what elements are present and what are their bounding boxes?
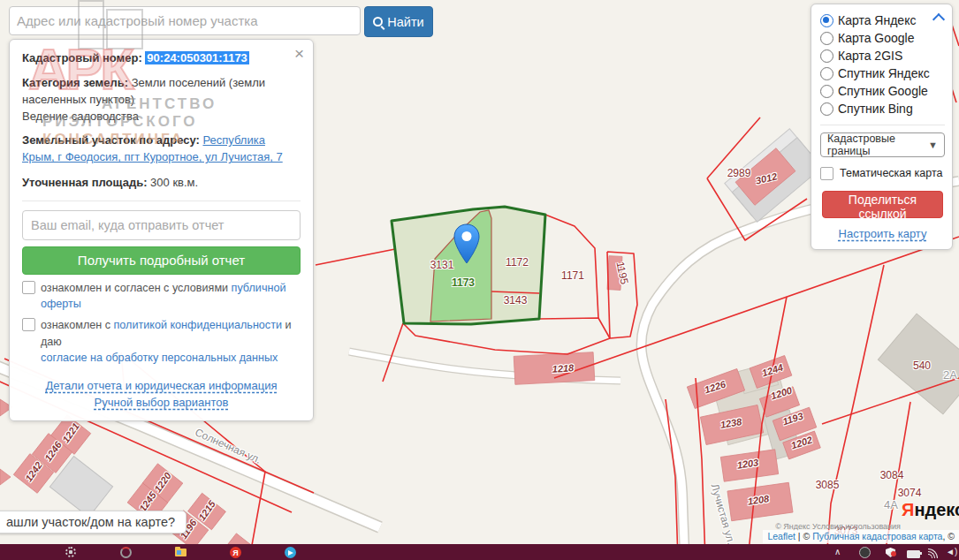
tools-taskbar-icon[interactable] [120,547,132,558]
personal-data-link[interactable]: согласие на обработку персональных данны… [41,352,278,364]
yandex-icon: Я [230,547,241,558]
email-input[interactable] [22,210,301,240]
layer-option-yandex-map[interactable]: Карта Яндекс [820,11,945,29]
radio-icon[interactable] [820,85,833,98]
battery-tray-icon[interactable] [907,548,920,556]
radio-icon[interactable] [820,102,833,116]
search-button-label: Найти [387,15,423,29]
attribution-separator: | © [795,531,812,541]
yandex-logo-rest: ндекс [914,500,959,519]
telegram-icon [285,547,296,558]
map-hint-tooltip: ашли участок/дом на карте? [0,511,186,534]
telegram-taskbar-icon[interactable] [285,547,296,558]
get-report-button[interactable]: Получить подробный отчет [22,246,301,275]
tray-app-icon[interactable] [859,547,871,558]
layer-option-label: Карта 2GIS [838,49,902,63]
boundaries-layer-value: Кадастровые границы [827,132,928,157]
divider [22,201,301,201]
close-icon[interactable]: × [294,45,304,62]
offer-consent-text-part: ознакомлен и согласен с условиями [41,282,228,294]
radio-icon[interactable] [820,14,833,27]
privacy-consent-text-part1: ознакомлен с [41,319,110,331]
area-label: Уточненная площадь: [22,176,147,189]
speaker-icon: ◄) [946,547,957,556]
search-input[interactable] [9,6,361,35]
layer-option-2gis-map[interactable]: Карта 2GIS [820,47,945,64]
offer-consent-text: ознакомлен и согласен с условиями публич… [41,280,301,313]
privacy-checkbox[interactable] [22,318,35,331]
map-attribution: Leaflet | © Публичная кадастровая карта,… [763,530,959,543]
privacy-policy-link[interactable]: политикой конфиденциальности [114,319,282,331]
settings-taskbar-icon[interactable] [65,547,77,558]
layer-option-google-satellite[interactable]: Спутник Google [820,82,945,100]
leaflet-link[interactable]: Leaflet [767,531,795,541]
report-details-link[interactable]: Детали отчета и юридическая информация [45,379,277,392]
wifi-icon [928,549,939,558]
thematic-map-checkbox[interactable] [820,167,833,180]
folder-icon [175,549,186,556]
yandex-logo[interactable]: Яндекс [902,500,959,520]
layer-option-yandex-satellite[interactable]: Спутник Яндекс [820,64,945,82]
wifi-tray-icon[interactable] [928,548,939,556]
radio-icon[interactable] [820,67,833,80]
radio-icon[interactable] [820,49,833,63]
chevron-down-icon: ▼ [928,140,938,150]
layer-option-bing-satellite[interactable]: Спутник Bing [820,100,945,117]
pkk-link[interactable]: Публичная кадастровая карта [812,531,942,541]
offer-checkbox[interactable] [22,281,35,294]
windows-taskbar: Я ∧ ◄) [0,544,959,560]
tray-expand-chevron[interactable]: ∧ [834,548,841,556]
privacy-consent-text: ознакомлен с политикой конфиденциальност… [41,317,301,366]
thematic-map-row[interactable]: Тематическая карта [820,166,945,180]
radio-icon[interactable] [820,32,833,45]
address-label: Земельный участок по адресу: [22,133,200,147]
thematic-map-label: Тематическая карта [840,167,942,179]
parcel-info-panel: × Кадастровый номер: 90:24:050301:1173 К… [9,39,314,421]
security-alert-badge [891,551,896,556]
layer-option-label: Спутник Google [838,84,928,98]
share-link-button[interactable]: Поделиться ссылкой [822,191,943,218]
wrench-icon [120,547,132,558]
layer-option-label: Карта Google [838,31,915,45]
search-icon [373,17,383,26]
configure-map-link[interactable]: Настроить карту [839,227,927,240]
divider [820,125,945,125]
circle-icon [859,547,871,558]
area-value: 300 кв.м. [150,176,198,189]
cadastral-number-label: Кадастровый номер: [22,51,142,64]
file-explorer-taskbar-icon[interactable] [175,547,186,558]
layer-option-google-map[interactable]: Карта Google [820,29,945,47]
layer-option-label: Спутник Яндекс [838,66,930,80]
boundaries-layer-select[interactable]: Кадастровые границы ▼ [820,132,945,157]
yandex-browser-taskbar-icon[interactable]: Я [230,547,241,558]
volume-tray-icon[interactable]: ◄) [946,548,957,556]
battery-icon [907,550,920,558]
yandex-logo-ya: Я [902,500,914,519]
search-button[interactable]: Найти [364,6,433,37]
manual-selection-link[interactable]: Ручной выбор вариантов [95,396,229,409]
layer-option-label: Карта Яндекс [838,13,916,27]
attribution-tail: , © [942,531,955,541]
layer-option-label: Спутник Bing [838,102,913,116]
land-usage: Ведение садоводства [22,109,301,125]
cadastral-number-value[interactable]: 90:24:050301:1173 [145,51,249,64]
land-category-label: Категория земель: [22,76,128,89]
gear-icon [65,547,76,557]
map-layers-panel: Карта Яндекс Карта Google Карта 2GIS Спу… [811,4,953,250]
